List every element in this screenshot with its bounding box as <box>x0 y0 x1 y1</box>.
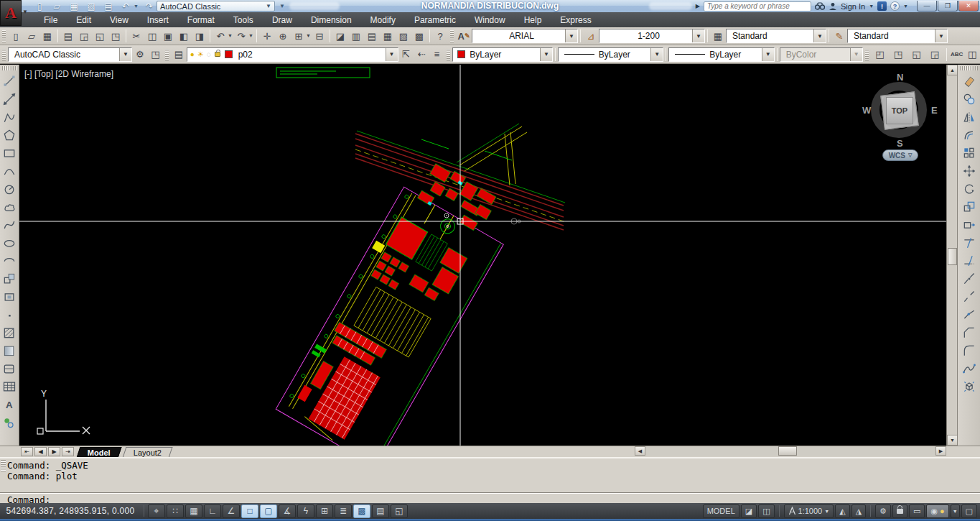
menu-item-modify[interactable]: Modify <box>361 12 405 27</box>
qnew-icon[interactable]: ▯ <box>33 1 46 11</box>
spline-icon[interactable] <box>1 216 18 234</box>
zoom-window-caret-icon[interactable]: ▼ <box>306 33 311 38</box>
pan-icon[interactable]: ✛ <box>259 29 275 43</box>
add-selected-icon[interactable] <box>1 414 18 431</box>
multileader-style-combo[interactable]: Standard ▼ <box>847 29 948 43</box>
region-icon[interactable] <box>1 360 18 377</box>
viewcube-top-face[interactable]: TOP <box>886 97 913 124</box>
hatch-icon[interactable] <box>1 324 18 341</box>
bring-above-objects-icon[interactable]: ◱ <box>907 47 926 62</box>
construction-line-icon[interactable] <box>1 91 18 108</box>
window-close-button[interactable]: ✕ <box>958 1 979 11</box>
qsave-icon[interactable]: ▦ <box>39 29 55 43</box>
horizontal-scroll-thumb[interactable] <box>778 446 797 456</box>
annotation-to-front-icon[interactable]: ◫ <box>964 47 980 62</box>
layer-combo[interactable]: ● ☀ ◌ p02 ▼ <box>187 47 398 62</box>
bring-to-front-icon[interactable]: ◰ <box>871 47 890 62</box>
toggle-transparency[interactable]: ▩ <box>353 504 370 518</box>
menu-item-help[interactable]: Help <box>515 12 551 27</box>
chevron-down-icon[interactable]: ▼ <box>119 48 131 61</box>
join-icon[interactable] <box>961 306 978 323</box>
tab-model[interactable]: Model <box>77 447 122 458</box>
designcenter-icon[interactable]: ▥ <box>348 29 364 43</box>
open-icon[interactable]: ▱ <box>50 1 63 11</box>
search-menu-arrow-icon[interactable]: ▶ <box>696 3 700 9</box>
array-icon[interactable] <box>961 144 978 162</box>
explode-icon[interactable] <box>961 378 978 395</box>
ellipse-icon[interactable] <box>1 234 18 252</box>
undo-caret-icon[interactable]: ▼ <box>134 4 139 9</box>
exchange-apps-icon[interactable]: ! <box>877 1 887 11</box>
toolbar-grip[interactable] <box>2 48 6 61</box>
toolbar-grip[interactable] <box>450 29 454 42</box>
toolbar-lock-button[interactable] <box>892 504 907 518</box>
menu-item-draw[interactable]: Draw <box>263 12 302 27</box>
redo-icon[interactable]: ↷▼ <box>233 29 249 43</box>
qsave-icon[interactable]: ▦ <box>67 1 80 11</box>
layer-on-bulb-icon[interactable]: ● <box>190 50 195 58</box>
menu-item-tools[interactable]: Tools <box>224 12 263 27</box>
menu-item-insert[interactable]: Insert <box>138 12 178 27</box>
toolbar-overflow-chevron-icon[interactable]: ▼ <box>279 3 285 9</box>
move-icon[interactable] <box>961 162 978 180</box>
revision-cloud-icon[interactable] <box>1 198 18 216</box>
horizontal-scrollbar[interactable]: ◀ ▶ <box>635 446 946 456</box>
arc-icon[interactable] <box>1 162 18 180</box>
menu-item-edit[interactable]: Edit <box>67 12 101 27</box>
isolate-objects-button[interactable]: ◉ ● <box>926 504 948 518</box>
search-input[interactable] <box>704 1 811 11</box>
properties-icon[interactable]: ◪ <box>332 29 348 43</box>
line-icon[interactable] <box>1 73 18 90</box>
copy-icon[interactable]: ◫ <box>144 29 160 43</box>
circle-icon[interactable] <box>1 180 18 198</box>
3d-dwf-icon[interactable]: ◳ <box>108 29 123 43</box>
tab-layout2[interactable]: Layout2 <box>122 447 172 458</box>
markup-set-manager-icon[interactable]: ▨ <box>396 29 411 43</box>
toggle-grid[interactable]: ▦ <box>185 504 202 518</box>
menu-item-format[interactable]: Format <box>178 12 224 27</box>
offset-icon[interactable] <box>961 126 978 144</box>
undo-icon[interactable]: ↶ <box>119 1 132 11</box>
help-caret-icon[interactable]: ▼ <box>903 4 908 9</box>
make-object-layer-current-icon[interactable]: ⇱ <box>398 47 414 62</box>
toolbar-grip[interactable] <box>960 66 978 70</box>
quick-view-drawings-button[interactable]: ◫ <box>758 504 774 518</box>
linetype-combo[interactable]: ByLayer ▼ <box>558 47 663 62</box>
toggle-otrack[interactable]: ∡ <box>279 504 296 518</box>
chevron-down-icon[interactable]: ▼ <box>650 48 663 61</box>
extend-icon[interactable] <box>961 252 978 269</box>
toolbar-grip[interactable] <box>165 48 169 61</box>
toggle-snap[interactable]: ∷ <box>167 504 184 518</box>
annotation-scale-button[interactable]: 1:1000 ▼ <box>784 504 834 518</box>
plot-preview-icon[interactable]: ◲ <box>76 29 92 43</box>
toolbar-grip[interactable] <box>2 29 6 42</box>
polyline-icon[interactable] <box>1 109 18 126</box>
toggle-osnap[interactable]: □ <box>241 504 258 518</box>
break-at-point-icon[interactable] <box>961 270 978 287</box>
window-minimize-button[interactable]: — <box>917 1 937 11</box>
menu-item-express[interactable]: Express <box>551 12 600 27</box>
previous-tab-button[interactable]: ◀ <box>34 447 47 456</box>
zoom-realtime-icon[interactable]: ⊕ <box>275 29 291 43</box>
layer-states-manager-icon[interactable]: ≡ <box>429 47 445 62</box>
compass-east[interactable]: E <box>931 105 938 116</box>
erase-icon[interactable] <box>961 73 978 90</box>
compass-north[interactable]: N <box>897 72 903 83</box>
workspaces-combo[interactable]: AutoCAD Classic ▼ <box>8 47 132 62</box>
wcs-menu[interactable]: WCS ▽ <box>882 149 918 161</box>
chamfer-icon[interactable] <box>961 324 978 341</box>
workspace-settings-icon[interactable]: ⚙ <box>132 47 148 62</box>
drawing-canvas[interactable]: [-] [Top] [2D Wireframe] N E S W TOP WCS… <box>19 65 946 446</box>
help-icon[interactable]: ? <box>432 29 448 43</box>
workspace-switching-button[interactable]: ⚙ <box>875 504 891 518</box>
send-under-objects-icon[interactable]: ◲ <box>925 47 944 62</box>
help-icon[interactable]: ? <box>890 1 900 11</box>
toggle-dynamic-ucs[interactable]: ϟ <box>297 504 314 518</box>
hardware-acceleration-button[interactable]: ▭ <box>909 504 925 518</box>
command-window[interactable]: Command: _QSAVECommand: plot Command: <box>0 457 980 503</box>
annotation-autoscale-button[interactable]: ◮ <box>851 504 866 518</box>
blend-curves-icon[interactable] <box>961 360 978 377</box>
window-restore-button[interactable]: ❐ <box>938 1 958 11</box>
compass-south[interactable]: S <box>897 138 903 149</box>
rectangle-icon[interactable] <box>1 144 18 162</box>
